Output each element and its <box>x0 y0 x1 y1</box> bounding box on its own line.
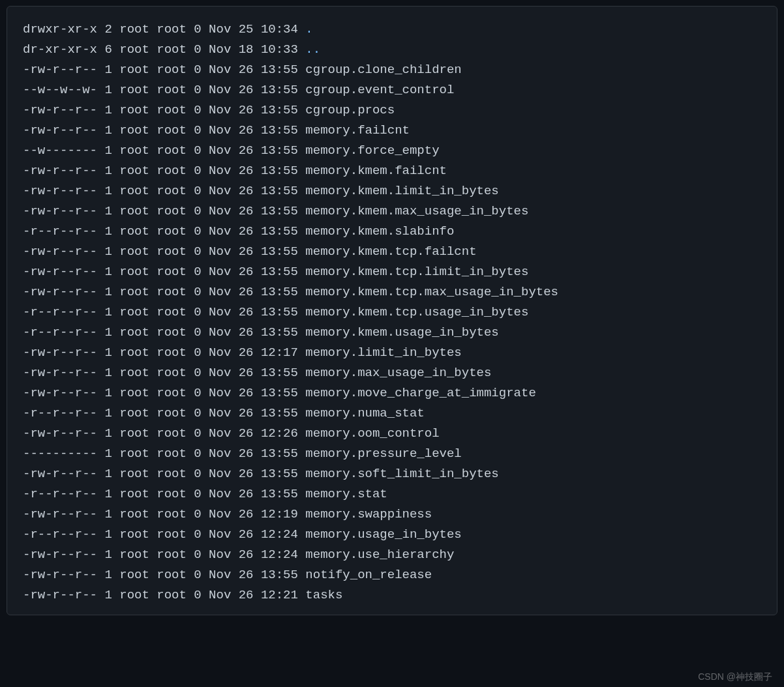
file-name: memory.kmem.usage_in_bytes <box>305 325 498 340</box>
separator <box>149 244 157 259</box>
size: 0 <box>194 548 201 562</box>
date: Nov 26 12:19 <box>209 507 298 521</box>
separator <box>187 568 194 582</box>
owner: root <box>119 83 149 97</box>
separator <box>97 63 104 77</box>
file-name: memory.soft_limit_in_bytes <box>305 467 498 481</box>
separator <box>187 588 194 602</box>
permissions: -rw-r--r-- <box>23 204 97 218</box>
owner: root <box>119 345 149 360</box>
date: Nov 26 13:55 <box>209 63 298 77</box>
separator <box>187 366 194 380</box>
separator <box>149 467 157 481</box>
size: 0 <box>194 224 201 239</box>
separator <box>149 204 157 218</box>
permissions: -r--r--r-- <box>23 325 97 340</box>
separator <box>97 22 104 37</box>
owner: root <box>119 164 149 178</box>
separator <box>298 285 305 299</box>
separator <box>97 588 104 602</box>
separator <box>187 446 194 461</box>
size: 0 <box>194 184 201 198</box>
link-count: 1 <box>104 103 112 117</box>
owner: root <box>119 244 149 259</box>
separator <box>298 325 305 340</box>
file-name: memory.kmem.failcnt <box>305 164 447 178</box>
group: root <box>157 103 187 117</box>
separator <box>112 123 119 138</box>
group: root <box>157 487 187 501</box>
separator <box>97 103 104 117</box>
separator <box>187 386 194 400</box>
listing-row: -rw-r--r-- 1 root root 0 Nov 26 13:55 cg… <box>23 100 761 121</box>
separator <box>149 345 157 360</box>
listing-row: --w--w--w- 1 root root 0 Nov 26 13:55 cg… <box>23 80 761 100</box>
listing-row: -rw-r--r-- 1 root root 0 Nov 26 13:55 me… <box>23 363 761 383</box>
owner: root <box>119 446 149 461</box>
separator <box>97 265 104 279</box>
date: Nov 26 13:55 <box>209 366 298 380</box>
separator <box>112 588 119 602</box>
size: 0 <box>194 568 201 582</box>
file-name: cgroup.clone_children <box>305 63 461 77</box>
date: Nov 26 12:21 <box>209 588 298 602</box>
link-count: 1 <box>104 406 112 420</box>
separator <box>202 143 209 158</box>
separator <box>112 325 119 340</box>
file-name: tasks <box>305 588 342 602</box>
owner: root <box>119 184 149 198</box>
permissions: --w--w--w- <box>23 83 97 97</box>
separator <box>202 164 209 178</box>
link-count: 1 <box>104 487 112 501</box>
permissions: -rw-r--r-- <box>23 366 97 380</box>
separator <box>149 548 157 562</box>
group: root <box>157 265 187 279</box>
group: root <box>157 446 187 461</box>
separator <box>202 467 209 481</box>
separator <box>202 345 209 360</box>
separator <box>298 83 305 97</box>
permissions: drwxr-xr-x <box>23 22 97 37</box>
separator <box>149 184 157 198</box>
owner: root <box>119 204 149 218</box>
separator <box>187 426 194 441</box>
separator <box>97 305 104 319</box>
permissions: -rw-r--r-- <box>23 548 97 562</box>
file-name: memory.kmem.tcp.usage_in_bytes <box>305 305 528 319</box>
group: root <box>157 22 187 37</box>
listing-row: -r--r--r-- 1 root root 0 Nov 26 12:24 me… <box>23 525 761 545</box>
owner: root <box>119 487 149 501</box>
date: Nov 18 10:33 <box>209 42 298 57</box>
size: 0 <box>194 406 201 420</box>
link-count: 1 <box>104 123 112 138</box>
separator <box>112 548 119 562</box>
link-count: 1 <box>104 184 112 198</box>
size: 0 <box>194 487 201 501</box>
link-count: 1 <box>104 386 112 400</box>
separator <box>112 143 119 158</box>
separator <box>202 184 209 198</box>
separator <box>149 325 157 340</box>
link-count: 1 <box>104 83 112 97</box>
file-name: memory.kmem.tcp.max_usage_in_bytes <box>305 285 558 299</box>
listing-row: -rw-r--r-- 1 root root 0 Nov 26 13:55 me… <box>23 383 761 403</box>
separator <box>97 426 104 441</box>
separator <box>149 63 157 77</box>
permissions: -rw-r--r-- <box>23 467 97 481</box>
separator <box>112 103 119 117</box>
group: root <box>157 325 187 340</box>
link-count: 1 <box>104 446 112 461</box>
date: Nov 25 10:34 <box>209 22 298 37</box>
owner: root <box>119 588 149 602</box>
separator <box>97 345 104 360</box>
date: Nov 26 13:55 <box>209 83 298 97</box>
permissions: -rw-r--r-- <box>23 63 97 77</box>
link-count: 1 <box>104 204 112 218</box>
size: 0 <box>194 588 201 602</box>
separator <box>187 83 194 97</box>
separator <box>202 446 209 461</box>
group: root <box>157 406 187 420</box>
separator <box>112 386 119 400</box>
separator <box>202 244 209 259</box>
separator <box>187 487 194 501</box>
